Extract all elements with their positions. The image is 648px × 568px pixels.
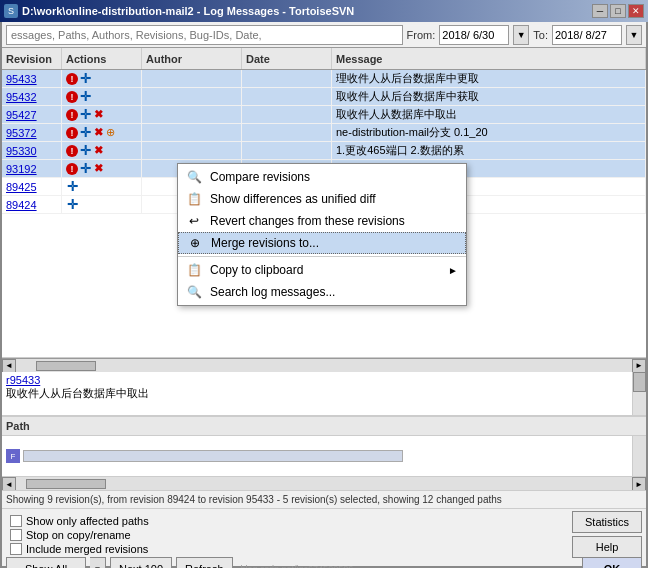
action-icon-exclamation: !: [66, 91, 78, 103]
statistics-button[interactable]: Statistics: [572, 511, 642, 533]
action-icon-delete: ✖: [94, 108, 103, 121]
detail-scroll-thumb[interactable]: [633, 372, 646, 392]
table-row[interactable]: 95427!✛✖取收件人从数据库中取出: [2, 106, 646, 124]
scroll-thumb[interactable]: [36, 361, 96, 371]
action-icon-up: ✛: [80, 143, 91, 158]
bottom-buttons-row: Show All ▼ Next 100 Refresh blog.csdn.ne…: [6, 557, 642, 568]
detail-text: 取收件人从后台数据库中取出: [6, 387, 149, 399]
table-h-scrollbar[interactable]: ◄ ►: [2, 358, 646, 372]
path-file-icon: F: [6, 449, 20, 463]
main-window: From: ▼ To: ▼ Revision Actions Author Da…: [0, 22, 648, 568]
cell-date: [242, 88, 332, 105]
maximize-button[interactable]: □: [610, 4, 626, 18]
table-row[interactable]: 95432!✛取收件人从后台数据库中获取: [2, 88, 646, 106]
cell-message: ne-distribution-mail分支 0.1_20: [332, 124, 646, 141]
checkbox-row-1: Stop on copy/rename: [10, 529, 638, 541]
checkbox-2[interactable]: [10, 543, 22, 555]
search-input[interactable]: [6, 25, 403, 45]
cell-actions: !✛✖: [62, 142, 142, 159]
checkbox-row-0: Show only affected paths: [10, 515, 638, 527]
menu-item-icon-4: 📋: [186, 262, 202, 278]
scroll-track[interactable]: [16, 361, 632, 371]
to-date-input[interactable]: [552, 25, 622, 45]
path-h-thumb[interactable]: [26, 479, 106, 489]
header-revision: Revision: [2, 48, 62, 69]
menu-item-label-4: Copy to clipboard: [210, 263, 303, 277]
menu-item-1[interactable]: 📋Show differences as unified diff: [178, 188, 466, 210]
scroll-right-arrow[interactable]: ►: [632, 359, 646, 373]
scroll-left-arrow[interactable]: ◄: [2, 359, 16, 373]
menu-item-4[interactable]: 📋Copy to clipboard►: [178, 259, 466, 281]
cell-revision[interactable]: 95372: [2, 124, 62, 141]
menu-item-label-3: Merge revisions to...: [211, 236, 319, 250]
cell-revision[interactable]: 95427: [2, 106, 62, 123]
help-button[interactable]: Help: [572, 536, 642, 558]
table-row[interactable]: 95372!✛✖⊕ne-distribution-mail分支 0.1_20: [2, 124, 646, 142]
menu-item-icon-1: 📋: [186, 191, 202, 207]
window-controls: ─ □ ✕: [592, 4, 644, 18]
cell-revision[interactable]: 89425: [2, 178, 62, 195]
side-buttons: StatisticsHelp: [572, 511, 642, 558]
window-title: D:\work\online-distribution-mail2 - Log …: [22, 5, 354, 17]
cell-author: [142, 70, 242, 87]
menu-item-2[interactable]: ↩Revert changes from these revisions: [178, 210, 466, 232]
cell-actions: !✛✖: [62, 106, 142, 123]
action-icon-up: ✛: [80, 89, 91, 104]
checkbox-row-2: Include merged revisions: [10, 543, 638, 555]
minimize-button[interactable]: ─: [592, 4, 608, 18]
menu-item-icon-0: 🔍: [186, 169, 202, 185]
path-h-scrollbar[interactable]: ◄ ►: [2, 476, 646, 490]
to-label: To:: [533, 29, 548, 41]
cell-revision[interactable]: 95330: [2, 142, 62, 159]
menu-item-0[interactable]: 🔍Compare revisions: [178, 166, 466, 188]
status-bar: Showing 9 revision(s), from revision 894…: [2, 490, 646, 508]
header-date: Date: [242, 48, 332, 69]
path-h-track[interactable]: [16, 477, 632, 490]
path-scroll-left[interactable]: ◄: [2, 477, 16, 491]
menu-item-label-0: Compare revisions: [210, 170, 310, 184]
table-row[interactable]: 95330!✛✖1.更改465端口 2.数据的累: [2, 142, 646, 160]
cell-date: [242, 124, 332, 141]
menu-separator: [178, 256, 466, 257]
status-text: Showing 9 revision(s), from revision 894…: [6, 494, 502, 505]
menu-item-5[interactable]: 🔍Search log messages...: [178, 281, 466, 303]
refresh-button[interactable]: Refresh: [176, 557, 233, 568]
path-scroll-right[interactable]: ►: [632, 477, 646, 491]
action-icon-exclamation: !: [66, 145, 78, 157]
action-icon-merge: ⊕: [106, 126, 115, 139]
close-button[interactable]: ✕: [628, 4, 644, 18]
menu-item-label-1: Show differences as unified diff: [210, 192, 376, 206]
from-date-input[interactable]: [439, 25, 509, 45]
cell-revision[interactable]: 95433: [2, 70, 62, 87]
checkbox-1[interactable]: [10, 529, 22, 541]
cell-actions: !✛: [62, 70, 142, 87]
detail-revision[interactable]: r95433: [6, 374, 40, 386]
path-item: F: [6, 449, 403, 463]
show-all-button[interactable]: Show All: [6, 557, 86, 568]
checkbox-0[interactable]: [10, 515, 22, 527]
cell-revision[interactable]: 95432: [2, 88, 62, 105]
menu-item-icon-5: 🔍: [186, 284, 202, 300]
cell-revision[interactable]: 93192: [2, 160, 62, 177]
detail-scrollbar[interactable]: [632, 372, 646, 415]
ok-button[interactable]: OK: [582, 557, 642, 568]
table-row[interactable]: 95433!✛理收件人从后台数据库中更取: [2, 70, 646, 88]
cell-message: 取收件人从数据库中取出: [332, 106, 646, 123]
action-icon-up: ✛: [80, 125, 91, 140]
cell-actions: !✛✖: [62, 160, 142, 177]
context-menu: 🔍Compare revisions📋Show differences as u…: [177, 163, 467, 306]
action-icon-up: ✛: [80, 71, 91, 86]
path-v-scrollbar[interactable]: [632, 436, 646, 476]
next-button[interactable]: Next 100: [110, 557, 172, 568]
menu-item-3[interactable]: ⊕Merge revisions to...: [178, 232, 466, 254]
action-icon-exclamation: !: [66, 109, 78, 121]
show-all-arrow[interactable]: ▼: [90, 557, 106, 568]
menu-item-label-5: Search log messages...: [210, 285, 335, 299]
cell-author: [142, 142, 242, 159]
checkbox-label-2: Include merged revisions: [26, 543, 148, 555]
app-icon: S: [4, 4, 18, 18]
from-date-dropdown[interactable]: ▼: [513, 25, 529, 45]
header-message: Message: [332, 48, 646, 69]
to-date-dropdown[interactable]: ▼: [626, 25, 642, 45]
cell-revision[interactable]: 89424: [2, 196, 62, 213]
